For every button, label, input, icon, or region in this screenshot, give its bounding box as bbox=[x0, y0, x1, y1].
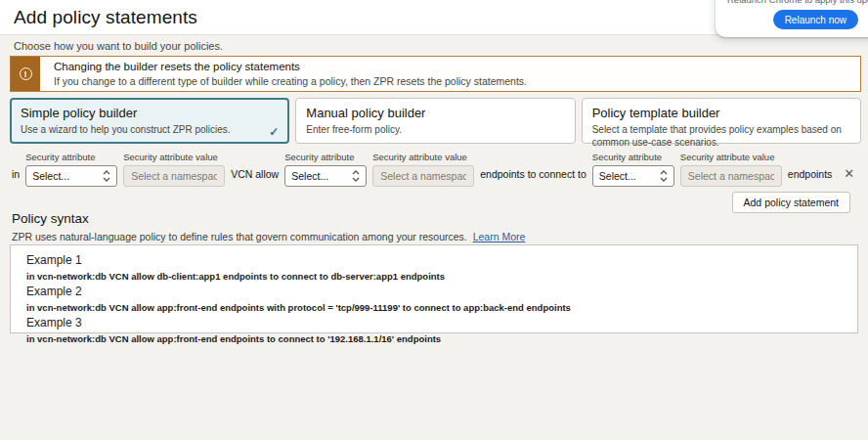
card-description: Enter free-form policy. bbox=[306, 123, 564, 136]
example-code: in vcn-network:db VCN allow app:front-en… bbox=[26, 333, 842, 344]
example-label: Example 2 bbox=[26, 285, 842, 298]
select-chevrons-icon bbox=[660, 169, 668, 183]
security-attribute-value-label: Security attribute value bbox=[123, 152, 225, 162]
security-attribute-label: Security attribute bbox=[25, 152, 117, 162]
selected-check-icon: ✓ bbox=[269, 125, 279, 139]
example-label: Example 1 bbox=[26, 253, 842, 267]
select-value: Select... bbox=[32, 170, 69, 182]
card-manual-policy-builder[interactable]: Manual policy builder Enter free-form po… bbox=[295, 98, 575, 144]
learn-more-link[interactable]: Learn More bbox=[473, 231, 526, 242]
security-attribute-value-group-3: Security attribute value bbox=[680, 152, 782, 187]
card-description: Use a wizard to help you construct ZPR p… bbox=[21, 123, 279, 136]
security-attribute-group-2: Security attribute Select... bbox=[284, 152, 367, 187]
add-policy-statement-button[interactable]: Add policy statement bbox=[732, 192, 850, 213]
security-attribute-select[interactable]: Select... bbox=[592, 165, 674, 187]
security-attribute-select[interactable]: Select... bbox=[25, 165, 117, 187]
security-attribute-select[interactable]: Select... bbox=[284, 165, 367, 187]
warning-banner-text: Changing the builder resets the policy s… bbox=[40, 57, 541, 91]
statement-suffix-endpoints: endpoints bbox=[788, 168, 833, 180]
remove-statement-icon[interactable]: ✕ bbox=[844, 166, 854, 181]
example-code: in vcn-network:db VCN allow db-client:ap… bbox=[26, 271, 842, 282]
statement-connector-vcn-allow: VCN allow bbox=[231, 168, 279, 180]
security-attribute-group-3: Security attribute Select... bbox=[592, 152, 674, 187]
warning-icon: ! bbox=[20, 67, 32, 80]
chrome-update-popup: Relaunch Chrome to apply this update Rel… bbox=[716, 0, 868, 37]
security-attribute-value-group-2: Security attribute value bbox=[372, 152, 474, 187]
card-title: Manual policy builder bbox=[306, 106, 564, 120]
security-attribute-value-group-1: Security attribute value bbox=[123, 152, 225, 187]
builder-cards: Simple policy builder Use a wizard to he… bbox=[10, 98, 861, 144]
example-code: in vcn-network:db VCN allow app:front-en… bbox=[26, 302, 842, 313]
select-chevrons-icon bbox=[352, 169, 360, 183]
statement-connector-endpoints-to-connect-to: endpoints to connect to bbox=[480, 168, 586, 180]
policy-statement-row: in Security attribute Select... Security… bbox=[12, 152, 860, 187]
warning-title: Changing the builder resets the policy s… bbox=[54, 61, 527, 72]
security-attribute-value-label: Security attribute value bbox=[372, 152, 474, 162]
policy-examples-box: Example 1 in vcn-network:db VCN allow db… bbox=[10, 244, 858, 333]
card-description: Select a template that provides policy e… bbox=[592, 123, 850, 149]
warning-body: If you change to a different type of bui… bbox=[54, 75, 527, 87]
statement-prefix: in bbox=[12, 168, 20, 180]
security-attribute-value-input[interactable] bbox=[680, 165, 782, 187]
warning-banner: ! Changing the builder resets the policy… bbox=[10, 56, 861, 92]
security-attribute-label: Security attribute bbox=[592, 152, 674, 162]
security-attribute-group-1: Security attribute Select... bbox=[25, 152, 117, 187]
policy-syntax-description-text: ZPR uses natural-language policy to defi… bbox=[12, 231, 467, 242]
select-value: Select... bbox=[291, 170, 328, 182]
security-attribute-value-input[interactable] bbox=[123, 165, 225, 187]
add-policy-statements-screen: Add policy statements Choose how you wan… bbox=[0, 0, 868, 440]
security-attribute-value-input[interactable] bbox=[372, 165, 474, 187]
card-simple-policy-builder[interactable]: Simple policy builder Use a wizard to he… bbox=[10, 98, 289, 144]
select-value: Select... bbox=[599, 170, 636, 182]
chrome-update-message: Relaunch Chrome to apply this update bbox=[727, 0, 868, 5]
policy-syntax-description: ZPR uses natural-language policy to defi… bbox=[12, 231, 525, 242]
example-label: Example 3 bbox=[26, 316, 842, 330]
select-chevrons-icon bbox=[103, 169, 110, 183]
card-title: Policy template builder bbox=[592, 106, 850, 120]
relaunch-now-button[interactable]: Relaunch now bbox=[773, 10, 858, 29]
warning-banner-accent: ! bbox=[11, 57, 40, 91]
policy-syntax-title: Policy syntax bbox=[12, 211, 89, 226]
card-title: Simple policy builder bbox=[21, 106, 279, 120]
card-policy-template-builder[interactable]: Policy template builder Select a templat… bbox=[582, 98, 861, 144]
security-attribute-label: Security attribute bbox=[284, 152, 367, 162]
page-title: Add policy statements bbox=[14, 7, 197, 28]
page-subtitle: Choose how you want to build your polici… bbox=[14, 40, 223, 52]
security-attribute-value-label: Security attribute value bbox=[680, 152, 782, 162]
